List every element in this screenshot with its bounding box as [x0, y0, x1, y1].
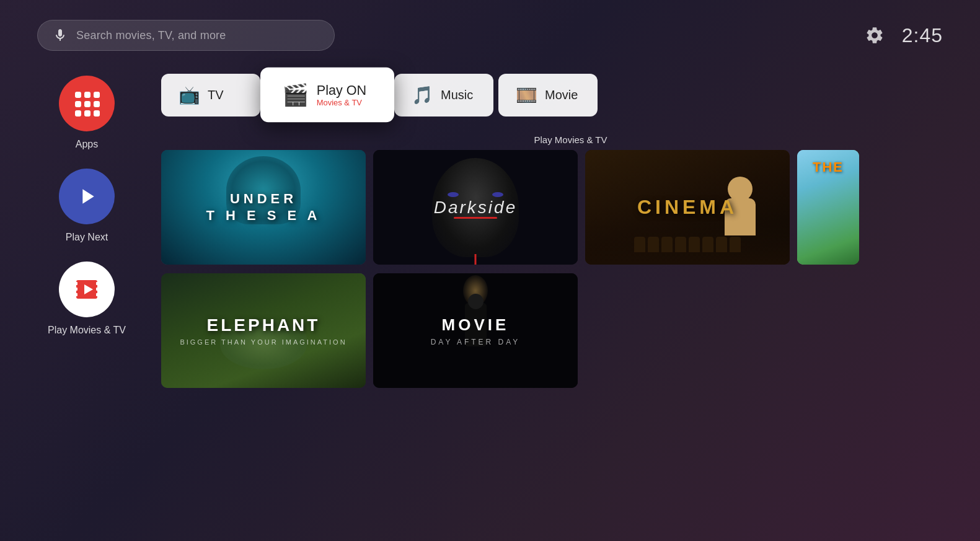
sidebar-item-play-movies[interactable]: Play Movies & TV — [37, 262, 136, 336]
movies-row-1: UNDERT H E S E A Darkside — [161, 150, 980, 265]
sidebar-item-apps[interactable]: Apps — [37, 76, 136, 150]
elephant-title: ELEPHANT — [207, 315, 320, 335]
under-the-sea-title: UNDERT H E S E A — [206, 191, 321, 224]
main-content: Apps Play Next — [0, 63, 980, 397]
app-tile-play-on[interactable]: 🎬 Play ON Movies & TV — [260, 68, 394, 123]
music-label: Music — [441, 88, 473, 102]
svg-rect-3 — [74, 293, 77, 296]
play-on-sublabel: Movies & TV — [317, 98, 366, 107]
movie-card-movie-day[interactable]: MOVIE DAY AFTER DAY — [373, 273, 578, 388]
clapperboard-icon: 🎬 — [282, 82, 309, 107]
partial-title: THE — [813, 159, 844, 175]
apps-icon-circle — [59, 76, 115, 131]
app-tile-tv[interactable]: 📺 TV — [161, 74, 260, 117]
elephant-subtitle: BIGGER THAN YOUR IMAGINATION — [180, 338, 347, 346]
header: Search movies, TV, and more 2:45 — [0, 0, 980, 63]
svg-rect-4 — [96, 282, 99, 285]
search-bar[interactable]: Search movies, TV, and more — [37, 20, 335, 51]
film-play-icon — [71, 274, 102, 305]
movie-day-subtitle: DAY AFTER DAY — [431, 338, 521, 346]
sidebar: Apps Play Next — [37, 69, 136, 397]
app-row-wrapper: 📺 TV 🎬 Play ON Movies & TV 🎵 Music — [161, 69, 980, 125]
svg-rect-1 — [74, 282, 77, 285]
content-area: 📺 TV 🎬 Play ON Movies & TV 🎵 Music — [161, 69, 980, 397]
movies-row-2: ELEPHANT BIGGER THAN YOUR IMAGINATION — [161, 273, 980, 388]
sidebar-item-play-next[interactable]: Play Next — [37, 169, 136, 243]
play-movies-icon-circle — [59, 262, 115, 317]
apps-grid-icon — [75, 92, 99, 115]
music-icon: 🎵 — [412, 85, 433, 105]
play-next-label: Play Next — [66, 232, 108, 243]
play-next-icon-circle — [59, 169, 115, 224]
movie-label: Movie — [545, 88, 578, 102]
search-placeholder: Search movies, TV, and more — [76, 29, 226, 42]
mic-icon — [53, 28, 68, 43]
svg-rect-5 — [96, 288, 99, 291]
svg-rect-2 — [74, 288, 77, 291]
movie-card-partial[interactable]: THE — [797, 150, 859, 265]
darkside-title: Darkside — [434, 198, 517, 218]
app-tile-movie[interactable]: 🎞️ Movie — [498, 74, 598, 117]
tv-label: TV — [208, 88, 224, 102]
app-tile-music[interactable]: 🎵 Music — [394, 74, 493, 117]
tv-icon: 📺 — [179, 85, 200, 105]
cinema-title: CINEMA — [637, 196, 738, 219]
play-on-text: Play ON Movies & TV — [317, 82, 366, 107]
play-movies-label: Play Movies & TV — [48, 325, 126, 336]
movie-card-under-the-sea[interactable]: UNDERT H E S E A — [161, 150, 366, 265]
clock-display: 2:45 — [902, 24, 943, 47]
movie-day-title: MOVIE — [442, 315, 510, 335]
app-row: 📺 TV 🎬 Play ON Movies & TV 🎵 Music — [161, 69, 980, 120]
play-icon — [74, 184, 99, 209]
movie-card-darkside[interactable]: Darkside — [373, 150, 578, 265]
focused-app-label: Play Movies & TV — [534, 134, 607, 145]
settings-icon[interactable] — [865, 25, 885, 45]
apps-label: Apps — [76, 139, 98, 150]
play-on-label: Play ON — [317, 82, 366, 98]
header-right: 2:45 — [865, 24, 943, 47]
movie-card-cinema[interactable]: CINEMA — [585, 150, 790, 265]
movie-card-elephant[interactable]: ELEPHANT BIGGER THAN YOUR IMAGINATION — [161, 273, 366, 388]
svg-rect-6 — [96, 293, 99, 296]
movie-icon: 🎞️ — [516, 85, 537, 105]
